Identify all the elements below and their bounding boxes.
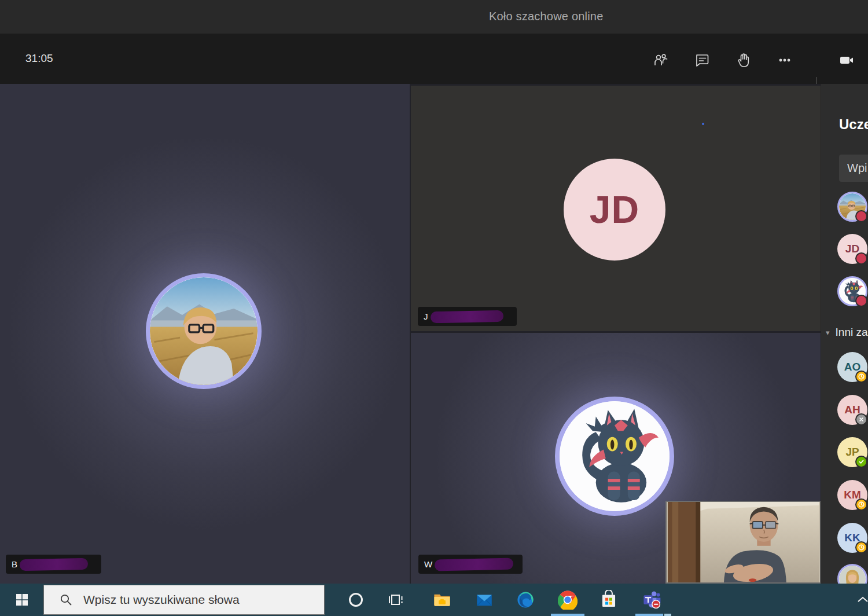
start-button[interactable] <box>10 584 34 616</box>
call-control-bar: 31:05 <box>0 34 868 84</box>
sidebar-invitee-jp[interactable]: JP <box>837 437 867 467</box>
participant-name-label: W <box>418 555 523 574</box>
video-stage: B JD J W <box>0 84 868 584</box>
participants-icon <box>653 52 669 68</box>
others-section-header[interactable]: ▾ Inni za <box>826 326 868 339</box>
search-placeholder: Wpisz tu wyszukiwane słowa <box>83 593 240 607</box>
name-redaction <box>435 558 513 571</box>
teams-running-indicator <box>635 614 663 616</box>
raise-hand-icon <box>735 52 752 68</box>
chrome-icon <box>558 590 578 610</box>
store-button[interactable] <box>597 584 620 616</box>
video-tile-left[interactable]: B <box>0 84 410 584</box>
others-section-label: Inni za <box>836 326 868 339</box>
chat-icon <box>694 52 711 68</box>
participant-name-label: B <box>6 555 101 574</box>
taskbar-search-box[interactable]: Wpisz tu wyszukiwane słowa <box>43 585 325 615</box>
presence-away-badge <box>855 498 867 511</box>
task-view-button[interactable] <box>384 584 407 616</box>
sidebar-invitee-ah[interactable]: AH <box>837 395 867 425</box>
avatar-litten-cat <box>555 397 674 516</box>
video-tile-jd[interactable]: JD J <box>411 86 821 331</box>
self-view-video[interactable] <box>665 501 821 584</box>
more-options-icon <box>777 52 793 68</box>
window-titlebar: Koło szachowe online <box>0 0 868 34</box>
microsoft-store-icon <box>599 590 619 610</box>
teams-meeting-window: Koło szachowe online 31:05 <box>0 0 868 616</box>
windows-taskbar: Wpisz tu wyszukiwane słowa <box>0 584 868 616</box>
camera-icon <box>838 52 855 68</box>
presence-busy-badge <box>855 252 867 265</box>
mail-icon <box>475 590 494 610</box>
teams-running-indicator-light <box>664 614 671 616</box>
webcam-feed <box>667 502 820 582</box>
teams-icon <box>642 590 661 610</box>
more-options-button[interactable] <box>770 45 800 75</box>
chat-button[interactable] <box>687 45 718 75</box>
sidebar-participant-jd[interactable]: JD <box>837 234 867 264</box>
sidebar-invitee-kk[interactable]: KK <box>837 523 867 553</box>
participants-button[interactable] <box>646 45 676 75</box>
presence-away-badge <box>855 541 867 553</box>
camera-button[interactable] <box>832 45 862 75</box>
avatar-jd-initials: JD <box>564 159 665 261</box>
task-view-icon <box>388 592 404 608</box>
name-first-letter: B <box>12 559 17 569</box>
collapse-triangle-icon: ▾ <box>826 328 830 337</box>
presence-busy-badge <box>855 295 867 307</box>
jd-initials-text: JD <box>590 188 639 232</box>
presence-busy-badge <box>855 210 867 222</box>
file-explorer-icon <box>432 590 452 610</box>
sidebar-invitee-km[interactable]: KM <box>837 480 867 510</box>
name-redaction <box>20 558 88 570</box>
avatar-boy-photo <box>146 273 262 389</box>
edge-icon <box>516 590 535 610</box>
pointer-dot <box>702 123 704 125</box>
mail-button[interactable] <box>473 584 496 616</box>
name-redaction <box>430 310 503 323</box>
meeting-title: Koło szachowe online <box>489 10 603 23</box>
cortana-button[interactable] <box>344 584 367 616</box>
call-timer: 31:05 <box>25 52 53 65</box>
participant-search-input[interactable]: Wpi <box>839 155 868 182</box>
chevron-up-icon <box>856 593 868 607</box>
sidebar-invitee-ao[interactable]: AO <box>837 352 867 382</box>
participants-panel: Ucze Wpi JD ▾ Inni za AO <box>821 84 868 584</box>
raise-hand-button[interactable] <box>729 45 759 75</box>
cortana-icon <box>348 592 364 608</box>
presence-away-badge <box>855 371 867 383</box>
search-icon <box>59 593 73 607</box>
chrome-running-indicator <box>551 614 584 616</box>
chrome-button[interactable] <box>556 584 579 616</box>
teams-button[interactable] <box>640 584 663 616</box>
edge-button[interactable] <box>514 584 537 616</box>
presence-available-badge <box>855 456 867 468</box>
sidebar-participant-boy[interactable] <box>837 192 867 222</box>
presence-offline-badge <box>855 413 867 426</box>
tray-chevron-button[interactable] <box>854 584 868 616</box>
name-first-letter: J <box>424 311 428 321</box>
sidebar-participant-cat[interactable] <box>837 276 867 306</box>
file-explorer-button[interactable] <box>431 584 454 616</box>
participant-name-label: J <box>418 307 517 326</box>
name-first-letter: W <box>424 559 432 569</box>
participants-heading: Ucze <box>839 116 868 133</box>
windows-logo-icon <box>15 593 29 607</box>
